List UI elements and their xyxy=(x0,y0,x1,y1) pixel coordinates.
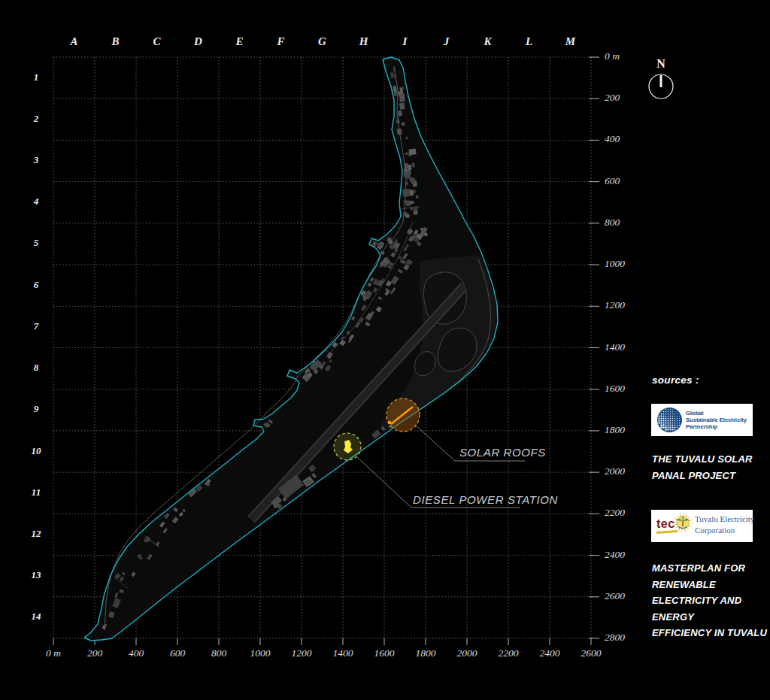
right-scale-label: 800 xyxy=(605,217,620,229)
right-scale-label: 1200 xyxy=(605,299,625,311)
bottom-scale-label: 1600 xyxy=(374,647,395,659)
tuvalu-masterplan-map-page: ABCDEFGHIJKLM 1234567891011121314 0 m200… xyxy=(0,0,770,700)
grid-column-label: B xyxy=(111,35,119,48)
grid-row-label: 6 xyxy=(34,279,39,291)
grid-row-label: 1 xyxy=(34,71,39,83)
masterplan-title-line: MASTERPLAN FOR xyxy=(652,560,767,577)
right-scale-label: 0 m xyxy=(605,50,620,62)
bottom-scale-label: 600 xyxy=(170,647,185,659)
grid-row-label: 14 xyxy=(32,611,41,623)
tec-logo-line: Tuvalu Electricity xyxy=(695,514,754,525)
gsep-logo: Global Sustainable Electricity Partnersh… xyxy=(651,404,753,436)
sources-heading: sources : xyxy=(652,374,699,386)
grid-row-label: 9 xyxy=(34,403,39,415)
masterplan-title-line: RENEWABLE xyxy=(652,577,767,593)
right-scale-label: 2800 xyxy=(605,632,625,644)
bottom-scale-label: 2200 xyxy=(499,647,519,659)
grid-row-label: 8 xyxy=(34,362,39,374)
bottom-scale-label: 400 xyxy=(129,647,144,659)
project-title-line: THE TUVALU SOLAR xyxy=(652,451,753,468)
grid-column-label: A xyxy=(70,35,77,48)
gsep-logo-line: Partnership xyxy=(686,423,747,430)
north-compass-label: N xyxy=(656,57,665,71)
gsep-logo-text: Global Sustainable Electricity Partnersh… xyxy=(686,410,747,431)
bottom-scale-label: 1400 xyxy=(333,647,353,659)
grid-column-label: K xyxy=(484,35,491,48)
tec-sun-palm-icon xyxy=(671,511,694,534)
grid-row-label: 7 xyxy=(34,320,39,332)
bottom-scale-label: 1000 xyxy=(250,647,271,659)
grid-row-label: 12 xyxy=(32,528,41,540)
bottom-scale-label: 1200 xyxy=(292,647,312,659)
grid-row-label: 11 xyxy=(32,486,41,498)
right-scale-label: 1800 xyxy=(605,424,625,436)
grid-column-label: I xyxy=(403,35,408,48)
masterplan-title-line: EFFICIENCY IN TUVALU xyxy=(652,625,767,641)
right-scale-label: 2200 xyxy=(605,507,625,519)
tec-logo: tec Tuvalu Electricity Corporation xyxy=(651,510,753,542)
right-scale-label: 2600 xyxy=(605,590,625,602)
bottom-scale-label: 2600 xyxy=(581,647,602,659)
grid-row-label: 3 xyxy=(34,154,39,166)
grid-column-label: M xyxy=(565,35,575,48)
bottom-scale-label: 0 m xyxy=(46,647,61,659)
bottom-scale-label: 800 xyxy=(211,647,226,659)
grid-row-label: 13 xyxy=(32,569,41,581)
tec-logo-text: Tuvalu Electricity Corporation xyxy=(695,514,754,536)
gsep-globe-icon xyxy=(656,406,684,434)
grid-column-label: G xyxy=(318,35,326,48)
masterplan-title: MASTERPLAN FOR RENEWABLE ELECTRICITY AND… xyxy=(652,560,767,641)
right-scale-label: 2000 xyxy=(605,465,625,477)
tec-logo-line: Corporation xyxy=(695,525,754,536)
grid-column-label: E xyxy=(235,35,243,48)
project-title: THE TUVALU SOLAR PANAL PROJECT xyxy=(652,451,753,483)
bottom-scale-label: 2000 xyxy=(457,647,477,659)
island xyxy=(84,57,498,641)
masterplan-title-line: ENERGY xyxy=(652,609,767,626)
masterplan-title-line: ELECTRICITY AND xyxy=(652,592,767,609)
grid-column-label: L xyxy=(526,35,532,48)
grid-row-label: 4 xyxy=(34,195,39,208)
grid-row-label: 10 xyxy=(32,445,41,457)
grid-row-label: 2 xyxy=(34,113,39,125)
project-title-line: PANAL PROJECT xyxy=(652,468,753,484)
grid-column-label: D xyxy=(194,35,202,48)
right-scale-label: 600 xyxy=(605,175,620,187)
bottom-scale-label: 200 xyxy=(87,647,102,659)
north-compass xyxy=(649,74,673,98)
solar-roofs-label: SOLAR ROOFS xyxy=(459,446,546,459)
gsep-logo-line: Sustainable Electricity xyxy=(686,417,747,423)
grid-column-label: F xyxy=(277,35,284,48)
grid-column-label: J xyxy=(444,35,450,48)
gsep-logo-line: Global xyxy=(686,410,747,417)
right-scale-label: 1600 xyxy=(605,383,625,395)
grid-column-label: C xyxy=(153,35,160,48)
diesel-power-station-label: DIESEL POWER STATION xyxy=(413,493,558,506)
right-scale-label: 400 xyxy=(605,133,620,145)
right-scale-label: 2400 xyxy=(605,549,625,561)
grid-column-label: H xyxy=(359,35,368,48)
right-scale-label: 200 xyxy=(605,92,620,104)
bottom-scale-label: 2400 xyxy=(540,647,560,659)
bottom-scale-label: 1800 xyxy=(416,647,436,659)
right-scale-label: 1400 xyxy=(605,341,625,353)
right-scale-label: 1000 xyxy=(605,258,625,270)
grid-row-label: 5 xyxy=(34,237,39,249)
